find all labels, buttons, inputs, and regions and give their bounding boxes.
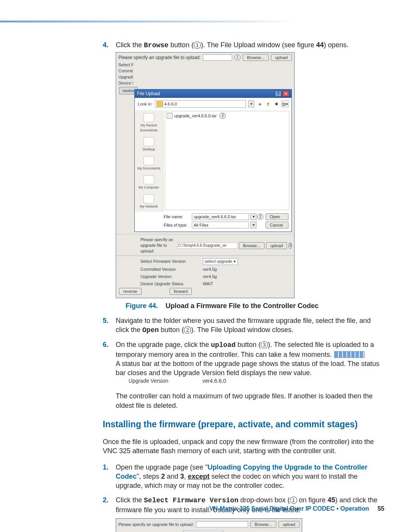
- status-label: Device Upgrade Status: [140, 281, 201, 287]
- inline-browse-label: Browse: [144, 42, 169, 49]
- recent-docs-icon: [143, 113, 154, 122]
- step-6: 6. On the upgrade page, click the upload…: [103, 340, 384, 385]
- inline-open-label: Open: [142, 326, 159, 334]
- file-type-field[interactable]: All Files: [192, 222, 249, 228]
- upgrade-label: Upgrade Version: [140, 274, 201, 280]
- page-top-gradient: [0, 21, 297, 22]
- step-6-number: 6.: [103, 340, 108, 349]
- callout-1b: 1: [290, 497, 297, 504]
- mynetwork-icon: [143, 194, 154, 203]
- mydocs-icon: [143, 156, 154, 165]
- dialog-title: File Upload: [137, 91, 160, 97]
- place-mycomputer[interactable]: My Computer: [139, 175, 159, 190]
- sel-firm-combo[interactable]: select upgrade ▾: [203, 258, 238, 265]
- open-button[interactable]: Open: [266, 213, 288, 220]
- step-5: 5. Navigate to the folder where you save…: [103, 316, 384, 335]
- section-heading: Installing the firmware (prepare, activa…: [103, 419, 384, 430]
- up-folder-icon[interactable]: ⬆: [265, 101, 271, 107]
- place-recent[interactable]: My Recent Documents: [135, 113, 162, 132]
- reverse-button[interactable]: reverse: [119, 288, 142, 295]
- inline-select-firmware-label: Select Firmware Version: [144, 497, 238, 504]
- browse-button[interactable]: Browse...: [243, 54, 269, 61]
- upload-button[interactable]: upload: [271, 54, 292, 61]
- browse-button-45[interactable]: Browse...: [250, 521, 276, 528]
- new-folder-icon[interactable]: ✱: [273, 101, 279, 107]
- places-bar: My Recent Documents Desktop My Documents…: [135, 110, 163, 212]
- progress-bar-icon: [334, 351, 365, 358]
- step-b2-number: 2.: [103, 495, 108, 505]
- callout-marker-3: 3: [288, 243, 292, 249]
- view-menu-icon[interactable]: ▥▾: [282, 101, 288, 107]
- upload-button-45[interactable]: upload: [279, 521, 299, 528]
- committed-label: Committed Version: [140, 267, 201, 272]
- file-type-label: Files of type:: [164, 222, 190, 228]
- desktop-icon: [143, 137, 154, 146]
- step-4: 4. Click the Browse button (1). The File…: [103, 40, 384, 311]
- inline-version-readout: Upgrade Version ver4.6.6.0: [129, 377, 384, 385]
- step-b2: 2. Click the Select Firmware Version dro…: [103, 495, 384, 532]
- folder-icon: [157, 101, 163, 107]
- file-name-field[interactable]: upgrade_ver4.6.6.0.tar: [192, 213, 249, 220]
- file-icon: [167, 113, 173, 119]
- file-name-label: File name:: [164, 214, 190, 220]
- callout-marker-1: 1: [234, 54, 241, 61]
- upload-path-field-45[interactable]: [196, 521, 248, 527]
- callout-1: 1: [194, 42, 201, 49]
- place-mydocs[interactable]: My Documents: [137, 156, 160, 171]
- mycomputer-icon: [143, 175, 154, 184]
- look-in-dropdown-icon[interactable]: ▾: [248, 101, 254, 107]
- look-in-combo[interactable]: 4.6.6.0: [155, 100, 246, 108]
- file-name-dd-icon[interactable]: ▾: [250, 213, 256, 220]
- figure-44-screenshot: Please specify an upgrade file to upload…: [116, 52, 295, 298]
- upload-button-2[interactable]: upload: [266, 242, 287, 249]
- dialog-close-icon[interactable]: ✕: [282, 91, 289, 97]
- upload-prompt: Please specify an upgrade file to upload…: [118, 54, 201, 61]
- inline-upload-label: upload: [211, 341, 236, 349]
- step-5-number: 5.: [103, 316, 108, 325]
- file-list[interactable]: upgrade_ver4.6.6.0.tar 2: [165, 111, 289, 210]
- forward-button[interactable]: forward: [170, 288, 192, 295]
- cancel-button[interactable]: Cancel: [266, 222, 288, 228]
- place-mynetwork[interactable]: My Network: [140, 194, 158, 209]
- upload-prompt-45: Please specify an upgrade file to upload…: [118, 522, 194, 527]
- step-b1-number: 1.: [103, 463, 108, 472]
- paragraph-max-files: The controller can hold a maximum of two…: [116, 391, 384, 410]
- back-icon[interactable]: ◄: [256, 101, 263, 107]
- file-item[interactable]: upgrade_ver4.6.6.0.tar 2: [167, 113, 287, 119]
- paragraph-install-intro: Once the file is uploaded, unpack and co…: [103, 437, 384, 456]
- dialog-help-icon[interactable]: ?: [275, 91, 282, 97]
- step-4-number: 4.: [103, 40, 108, 50]
- callout-marker-2b: 2: [257, 214, 263, 220]
- file-upload-dialog: File Upload ? ✕ Look in: 4.6.6: [134, 89, 292, 232]
- file-type-dd-icon[interactable]: ▾: [250, 222, 256, 228]
- upload-path-field[interactable]: [203, 54, 232, 61]
- figure-44-caption: Figure 44. Upload a Firmware File to the…: [126, 301, 384, 310]
- page-footer: VN-Matrix 325 Serial Digital Over IP COD…: [209, 505, 384, 512]
- browse-button-2[interactable]: Browse...: [239, 242, 265, 249]
- upload-prompt-2: Please specify an upgrade file to upload…: [140, 237, 176, 254]
- figure-45-screenshot: Please specify an upgrade file to upload…: [116, 518, 302, 532]
- callout-2: 2: [184, 326, 191, 334]
- place-desktop[interactable]: Desktop: [142, 137, 155, 152]
- sel-firm-label: Select Firmware Version: [140, 259, 201, 264]
- page-content: 4. Click the Browse button (1). The File…: [103, 40, 384, 532]
- upload-path-filled[interactable]: C:\Temp\4.6.6.0\upgrade_ve: [177, 243, 237, 249]
- step-b1: 1. Open the upgrade page (see "Uploading…: [103, 463, 384, 490]
- look-in-label: Look in:: [138, 101, 153, 107]
- callout-3: 3: [261, 341, 268, 348]
- callout-marker-2: 2: [220, 113, 226, 119]
